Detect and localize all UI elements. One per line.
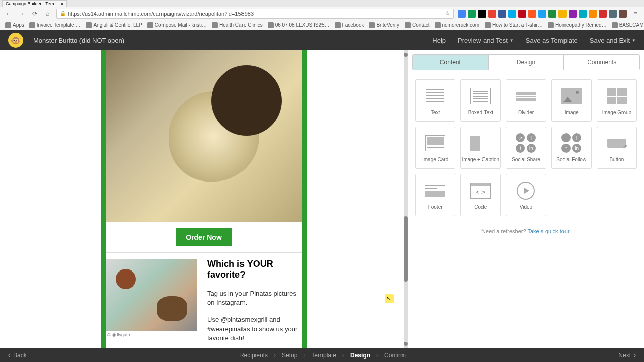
back-button[interactable]: ‹ Back — [8, 352, 27, 359]
favorite-heading: Which is YOUR favorite? — [207, 259, 302, 280]
extension-icon[interactable] — [538, 10, 546, 18]
extension-icon[interactable] — [589, 10, 597, 18]
star-icon[interactable]: ☆ — [445, 10, 450, 17]
quick-tour-link[interactable]: Take a quick tour. — [527, 228, 571, 234]
extension-icon[interactable] — [488, 10, 496, 18]
mailchimp-logo[interactable]: 🐵 — [8, 33, 23, 48]
cursor-icon: ↖ — [386, 295, 391, 302]
step-confirm[interactable]: Confirm — [384, 352, 406, 359]
block-imagecard[interactable]: Image Card — [415, 127, 455, 169]
canvas-scrollbar[interactable] — [404, 50, 408, 348]
help-link[interactable]: Help — [432, 37, 446, 44]
block-socialfollow[interactable]: +ftinSocial Follow — [551, 127, 592, 169]
right-panel: Content Design Comments TextBoxed TextDi… — [408, 50, 644, 348]
step-setup[interactable]: Setup — [282, 352, 297, 359]
bookmark-icon — [268, 22, 274, 28]
video-icon — [515, 181, 536, 200]
block-text[interactable]: Text — [415, 79, 455, 122]
bookmark-item[interactable]: Invoice Template … — [27, 22, 83, 28]
extension-icon[interactable] — [468, 10, 476, 18]
next-button[interactable]: Next › — [618, 352, 636, 359]
url-bar[interactable]: 🔒 https://us14.admin.mailchimp.com/campa… — [56, 9, 454, 19]
url-text: https://us14.admin.mailchimp.com/campaig… — [68, 11, 254, 17]
block-image[interactable]: Image — [551, 79, 592, 122]
panel-tabs: Content Design Comments — [412, 54, 640, 70]
block-code[interactable]: < >Code — [460, 174, 501, 216]
step-design[interactable]: Design — [350, 352, 370, 359]
block-imagecap[interactable]: Image + Caption — [460, 127, 501, 169]
bookmark-item[interactable]: nomorerack.com — [433, 22, 481, 28]
bookmark-item[interactable]: Contact — [403, 22, 431, 28]
extension-icon[interactable] — [558, 10, 567, 18]
close-icon[interactable]: × — [60, 1, 63, 7]
bookmark-item[interactable]: Compose Mail - kristi… — [145, 22, 209, 28]
step-separator: › — [274, 352, 276, 359]
block-socialshare[interactable]: ↗ftinSocial Share — [506, 127, 546, 169]
block-footer[interactable]: Footer — [415, 174, 455, 216]
block-label: Image Card — [422, 157, 448, 162]
email-canvas[interactable]: Order Now ♺ ◉ llygatrn Which is YOUR fav… — [0, 50, 408, 348]
block-divider[interactable]: Divider — [506, 79, 546, 122]
bookmark-item[interactable]: How to Start a T-shir… — [482, 22, 545, 28]
block-video[interactable]: Video — [506, 174, 546, 216]
bookmark-item[interactable]: Health Care Clinics — [210, 22, 265, 28]
bookmark-icon — [612, 22, 618, 28]
save-template-button[interactable]: Save as Template — [526, 37, 578, 44]
favorite-paragraph-1: Tag us in your Pinatas pictures on Insta… — [207, 289, 302, 307]
extension-icon[interactable] — [609, 10, 617, 18]
extension-icon[interactable] — [508, 10, 516, 18]
step-recipients[interactable]: Recipients — [239, 352, 268, 359]
bookmark-item[interactable]: Facebook — [333, 22, 366, 28]
favorite-image[interactable] — [106, 259, 197, 331]
imagegroup-icon — [606, 86, 627, 106]
favorite-section[interactable]: ♺ ◉ llygatrn Which is YOUR favorite? Tag… — [106, 259, 302, 348]
block-imagegroup[interactable]: Image Group — [597, 79, 637, 122]
extension-icon[interactable] — [528, 10, 536, 18]
block-boxed[interactable]: Boxed Text — [460, 79, 501, 122]
refresher-note: Need a refresher? Take a quick tour. — [412, 228, 640, 234]
menu-icon[interactable]: ≡ — [631, 9, 640, 18]
block-label: Image + Caption — [462, 157, 499, 162]
tab-title: Campaign Builder - Tem… — [6, 1, 58, 6]
save-exit-menu[interactable]: Save and Exit▼ — [590, 37, 636, 44]
forward-button[interactable]: → — [17, 9, 26, 18]
bookmark-item[interactable]: Apps — [3, 22, 26, 28]
bookmark-item[interactable]: BASECAMP - Dr. Jen… — [610, 22, 644, 28]
extension-icon[interactable] — [569, 10, 577, 18]
back-button[interactable]: ← — [4, 9, 13, 18]
block-label: Image — [565, 110, 579, 115]
tab-comments[interactable]: Comments — [564, 55, 639, 70]
text-icon — [425, 86, 446, 106]
image-icon — [561, 86, 582, 106]
block-button[interactable]: Button — [597, 127, 637, 169]
browser-tab[interactable]: Campaign Builder - Tem… × — [2, 0, 67, 7]
app-header: 🐵 Monster Buritto (did NOT open) Help Pr… — [0, 30, 644, 50]
extension-icon[interactable] — [619, 10, 627, 18]
email-preview[interactable]: Order Now ♺ ◉ llygatrn Which is YOUR fav… — [101, 50, 307, 348]
imagecard-icon — [425, 134, 446, 153]
preview-test-menu[interactable]: Preview and Test▼ — [458, 37, 514, 44]
extension-icon[interactable] — [458, 10, 466, 18]
extension-icon[interactable] — [548, 10, 556, 18]
wizard-footer: ‹ Back Recipients›Setup›Template›Design›… — [0, 348, 644, 362]
extension-icon[interactable] — [599, 10, 607, 18]
bookmark-icon — [5, 22, 11, 28]
reload-button[interactable]: ⟳ — [30, 9, 39, 18]
browser-tab-strip: Campaign Builder - Tem… × — [0, 0, 644, 7]
hero-image[interactable] — [106, 50, 302, 222]
bookmark-icon — [147, 22, 153, 28]
order-now-button[interactable]: Order Now — [176, 228, 232, 246]
bookmark-item[interactable]: BriteVerify — [367, 22, 401, 28]
home-button[interactable]: ⌂ — [43, 9, 52, 18]
bookmark-item[interactable]: Homeopathy Remed… — [546, 22, 609, 28]
tab-content[interactable]: Content — [413, 55, 489, 70]
extension-icon[interactable] — [579, 10, 587, 18]
tab-design[interactable]: Design — [489, 55, 565, 70]
extension-icon[interactable] — [518, 10, 526, 18]
extension-icon[interactable] — [478, 10, 486, 18]
chevron-down-icon: ▼ — [510, 38, 514, 43]
step-template[interactable]: Template — [311, 352, 336, 359]
bookmark-item[interactable]: 06 07 08 LEXUS IS25… — [266, 22, 332, 28]
extension-icon[interactable] — [498, 10, 506, 18]
bookmark-item[interactable]: Angiuli & Gentile, LLP — [84, 22, 144, 28]
